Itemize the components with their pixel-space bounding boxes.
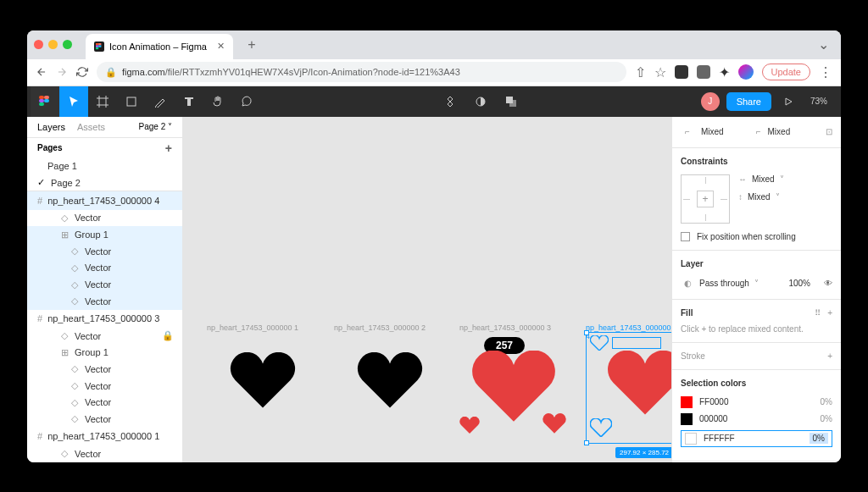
new-tab-button[interactable]: +: [242, 35, 262, 55]
canvas[interactable]: np_heart_17453_000000 1 np_heart_17453_0…: [183, 117, 671, 462]
layer-item[interactable]: ◇Vector: [27, 378, 182, 395]
heart-shape[interactable]: [459, 417, 480, 434]
blend-mode[interactable]: Pass through: [699, 279, 749, 288]
layer-item[interactable]: ◇Vector: [27, 394, 182, 411]
color-row[interactable]: 0000000%: [681, 413, 832, 425]
page-item[interactable]: Page 1: [27, 158, 182, 174]
hand-tool-icon[interactable]: [203, 86, 232, 117]
fix-position-label: Fix position when scrolling: [697, 232, 796, 241]
stroke-header: Stroke: [681, 351, 705, 361]
reload-button[interactable]: [76, 66, 88, 78]
profile-avatar[interactable]: [738, 64, 754, 80]
present-icon[interactable]: [778, 86, 798, 117]
layer-item[interactable]: ◇Vector: [27, 411, 182, 428]
forward-button[interactable]: [56, 66, 68, 78]
text-tool-icon[interactable]: [175, 86, 203, 117]
update-button[interactable]: Update: [762, 64, 810, 80]
add-page-button[interactable]: +: [165, 141, 172, 155]
layer-item[interactable]: ◇Vector🔒: [27, 328, 182, 345]
h-constraint[interactable]: ↔Mixed˅: [738, 174, 784, 184]
user-avatar[interactable]: J: [701, 92, 720, 111]
move-tool-icon[interactable]: [59, 86, 88, 117]
layer-frame[interactable]: #np_heart_17453_000000 3: [27, 310, 182, 328]
svg-rect-8: [44, 99, 49, 102]
layer-item[interactable]: ◇Vector: [27, 445, 182, 462]
opacity-value[interactable]: 100%: [788, 279, 810, 288]
color-swatch[interactable]: [685, 433, 697, 445]
layer-item[interactable]: ◇Vector: [27, 276, 182, 293]
layers-tab[interactable]: Layers: [37, 122, 65, 132]
tabs-overflow-icon[interactable]: ⌄: [818, 36, 829, 53]
zoom-dropdown[interactable]: 73%: [805, 97, 832, 106]
pages-header: Pages+: [27, 138, 182, 158]
heart-shape[interactable]: [357, 352, 423, 408]
svg-rect-1: [98, 43, 101, 45]
frame-tool-icon[interactable]: [88, 86, 117, 117]
share-button[interactable]: Share: [726, 92, 771, 111]
heart-shape[interactable]: [542, 413, 566, 434]
shape-tool-icon[interactable]: [117, 86, 146, 117]
color-swatch[interactable]: [681, 396, 693, 408]
outlined-heart[interactable]: [590, 418, 612, 437]
window-maximize[interactable]: [63, 40, 72, 49]
extension-icon[interactable]: [675, 65, 688, 79]
layer-frame[interactable]: #np_heart_17453_000000 1: [27, 428, 182, 445]
outlined-heart[interactable]: [590, 335, 609, 351]
extensions-icon[interactable]: ✦: [719, 64, 730, 80]
assets-tab[interactable]: Assets: [77, 122, 105, 132]
window-close[interactable]: [34, 40, 43, 49]
fix-position-checkbox[interactable]: [681, 232, 690, 241]
corner-value[interactable]: Mixed: [768, 127, 791, 136]
component-icon[interactable]: [436, 86, 465, 117]
layer-item[interactable]: ◇Vector: [27, 361, 182, 378]
layer-item[interactable]: ⊞Group 1: [27, 344, 182, 361]
corner-value[interactable]: Mixed: [701, 127, 724, 136]
boolean-icon[interactable]: [497, 86, 526, 117]
layer-frame[interactable]: #np_heart_17453_000000 4: [27, 191, 182, 209]
extension-icon[interactable]: [697, 65, 710, 79]
back-button[interactable]: [36, 66, 47, 78]
figma-favicon: [94, 41, 104, 52]
layer-item[interactable]: ⊞Group 1: [27, 226, 182, 243]
layer-item[interactable]: ◇Vector: [27, 260, 182, 277]
page-item[interactable]: ✓Page 2: [27, 174, 182, 191]
layer-item[interactable]: ◇Vector: [27, 243, 182, 260]
url-input[interactable]: 🔒 figma.com/file/RTTxzmhYV01qHEW7X4sVjP/…: [97, 62, 626, 82]
lock-icon[interactable]: 🔒: [162, 330, 174, 341]
frame-label[interactable]: np_heart_17453_000000 3: [459, 323, 551, 332]
browser-tab[interactable]: Icon Animation – Figma ✕: [86, 34, 233, 59]
figma-menu-icon[interactable]: [31, 86, 59, 117]
add-stroke-icon[interactable]: +: [827, 351, 832, 361]
comment-tool-icon[interactable]: [232, 86, 261, 117]
frame-label[interactable]: np_heart_17453_000000 2: [334, 323, 426, 332]
heart-shape[interactable]: [471, 351, 556, 422]
independent-corners-icon[interactable]: ⊡: [826, 127, 832, 136]
layer-header: Layer: [681, 259, 832, 268]
frame-label[interactable]: np_heart_17453_000000 1: [207, 323, 298, 332]
color-row[interactable]: FFFFFF0%: [681, 430, 832, 447]
close-tab-icon[interactable]: ✕: [217, 41, 225, 52]
heart-shape[interactable]: [230, 352, 296, 408]
constraints-widget[interactable]: +: [681, 174, 730, 224]
share-page-icon[interactable]: ⇧: [635, 64, 646, 80]
layer-item[interactable]: ◇Vector: [27, 210, 182, 227]
mask-icon[interactable]: [466, 86, 495, 117]
add-fill-icon[interactable]: +: [827, 308, 832, 318]
color-swatch[interactable]: [681, 413, 693, 425]
heart-shape[interactable]: [607, 351, 671, 415]
browser-menu-icon[interactable]: ⋮: [819, 64, 832, 80]
fill-header: Fill: [681, 308, 693, 318]
fill-styles-icon[interactable]: ⠿: [815, 308, 821, 318]
pen-tool-icon[interactable]: [146, 86, 175, 117]
color-row[interactable]: FF00000%: [681, 396, 832, 408]
window-minimize[interactable]: [48, 40, 58, 49]
page-selector[interactable]: Page 2 ˅: [139, 122, 172, 131]
constraints-header: Constraints: [681, 157, 832, 166]
bookmark-icon[interactable]: ☆: [654, 64, 666, 80]
visibility-icon[interactable]: 👁: [824, 279, 832, 288]
v-constraint[interactable]: ↕Mixed˅: [738, 192, 784, 202]
tab-title: Icon Animation – Figma: [109, 41, 207, 52]
svg-rect-13: [509, 100, 516, 107]
outlined-badge[interactable]: [612, 337, 661, 349]
layer-item[interactable]: ◇Vector: [27, 293, 182, 310]
